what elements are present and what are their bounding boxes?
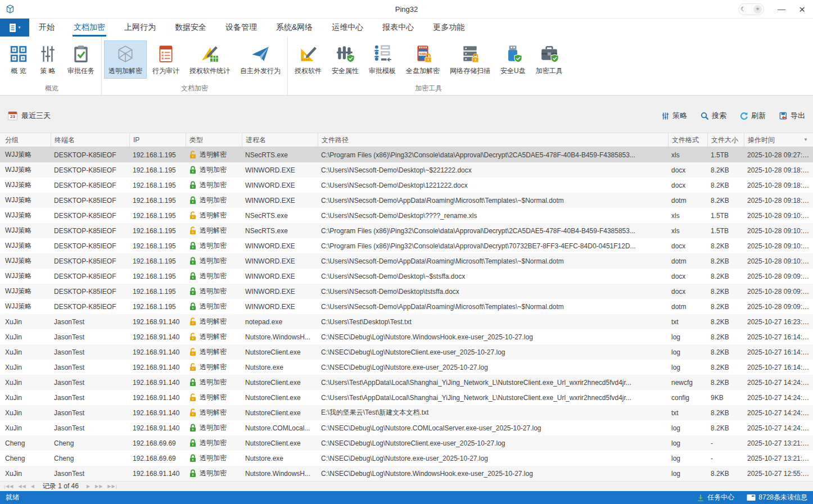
tab-report-center[interactable]: 报表中心 [373,19,423,37]
tab-start[interactable]: 开始 [29,19,64,37]
terminal-cell: DESKTOP-K85IEOF [51,257,129,265]
tab-system-network[interactable]: 系统&网络 [267,19,322,37]
table-row[interactable]: ChengCheng192.168.69.69透明加密NutstoreClien… [0,435,813,451]
column-header[interactable]: 分组 [0,133,51,147]
path-cell: C:\Users\NSecsoft-Demo\AppData\Roaming\M… [318,257,668,265]
ribbon-button-approval-tasks[interactable]: 审批任务 [63,40,99,79]
column-header[interactable]: 文件路径 [318,133,668,147]
app-menu-button[interactable]: ▾ [0,19,29,37]
terminal-cell: JasonTest [51,364,129,371]
tab-data-security[interactable]: 数据安全 [165,19,216,37]
table-row[interactable]: WJJ策略DESKTOP-K85IEOF192.168.1.195透明加密WIN… [0,178,813,193]
ribbon-button-authorized-software[interactable]: 授权软件 [290,40,326,79]
ribbon-button-authorized-software-stats[interactable]: 授权软件统计 [185,40,234,79]
table-row[interactable]: WJJ策略DESKTOP-K85IEOF192.168.1.195透明加密WIN… [0,238,813,253]
next-page-button[interactable]: ▶ [87,484,91,489]
column-header[interactable]: 文件格式 [668,133,707,147]
lock-closed-icon [189,454,197,462]
tab-document-encryption[interactable]: 文档加密 [64,19,115,37]
tab-operations-center[interactable]: 运维中心 [322,19,373,37]
tab-device-management[interactable]: 设备管理 [216,19,267,37]
ip-cell: 192.168.1.195 [129,242,186,250]
terminal-cell: JasonTest [51,318,129,326]
table-row[interactable]: ChengCheng192.168.69.69透明加密Nutstore.exeC… [0,451,813,466]
table-row[interactable]: WJJ策略DESKTOP-K85IEOF192.168.1.195透明加密WIN… [0,253,813,269]
refresh-icon [740,112,748,120]
first-page-button[interactable]: |◀◀ [4,484,13,489]
table-row[interactable]: XuJinJasonTest192.168.91.140透明解密Nutstore… [0,329,813,344]
sliders-icon [38,44,57,64]
minimize-button[interactable]: — [778,4,785,13]
last-page-button[interactable]: ▶▶| [107,484,117,489]
column-header[interactable]: 类型 [186,133,242,147]
ribbon-button-security-attributes[interactable]: 安全属性 [327,40,363,79]
column-header[interactable]: 操作时间 [744,133,813,147]
lock-closed-icon [189,287,197,296]
group-cell: XuJin [0,379,51,387]
column-header[interactable]: 文件大小 [707,133,744,147]
size-cell: 8.2KB [707,166,744,174]
table-row[interactable]: XuJinJasonTest192.168.91.140透明解密Nutstore… [0,344,813,360]
table-row[interactable]: WJJ策略DESKTOP-K85IEOF192.168.1.195透明加密WIN… [0,162,813,178]
ribbon-button-transparent-encryption[interactable]: 透明加解密 [104,40,147,79]
fast-prev-page-button[interactable]: ◀◀ [18,484,26,489]
table-row[interactable]: WJJ策略DESKTOP-K85IEOF192.168.1.195透明加密WIN… [0,193,813,208]
date-range-filter[interactable]: 23 最近三天 [8,111,51,121]
path-cell: C:\NSEC\Debug\Log\Nutstore.COMLocalServe… [318,424,668,432]
ribbon-button-secure-usb[interactable]: 安全U盘 [496,40,530,79]
table-row[interactable]: WJJ策略DESKTOP-K85IEOF192.168.1.195透明解密NSe… [0,147,813,162]
table-row[interactable]: WJJ策略DESKTOP-K85IEOF192.168.1.195透明加密WIN… [0,284,813,299]
table-row[interactable]: XuJinJasonTest192.168.91.140透明加密Nutstore… [0,420,813,435]
time-cell: 2025-10-28 09:18:29 [744,197,813,205]
export-button[interactable]: 导出 [779,111,805,121]
table-row[interactable]: XuJinJasonTest192.168.91.140透明加密Nutstore… [0,375,813,390]
table-row[interactable]: WJJ策略DESKTOP-K85IEOF192.168.1.195透明加密WIN… [0,269,813,284]
ribbon-button-self-outgoing-behavior[interactable]: 自主外发行为 [236,40,285,79]
type-label: 透明加密 [200,423,227,433]
ribbon-button-overview[interactable]: 概 览 [4,40,33,79]
table-row[interactable]: XuJinJasonTest192.168.91.140透明解密notepad.… [0,314,813,329]
ribbon-button-full-disk-encryption[interactable]: SSD全盘加解密 [401,40,444,79]
ribbon-button-behavior-audit[interactable]: 行为审计 [148,40,184,79]
unread-messages-button[interactable]: 8728条未读信息 [747,493,807,502]
table-row[interactable]: XuJinJasonTest192.168.91.140透明解密Nutstore… [0,390,813,405]
table-row[interactable]: XuJinJasonTest192.168.91.140透明解密Nutstore… [0,360,813,375]
column-header[interactable]: 终端名 [51,133,129,147]
search-button[interactable]: 搜索 [701,111,726,121]
prev-page-button[interactable]: ◀ [31,484,35,489]
tab-more-features[interactable]: 更多功能 [423,19,474,37]
theme-toggle[interactable]: ☾ ☀ [738,3,764,15]
type-cell: 透明加密 [186,271,242,281]
fast-next-page-button[interactable]: ▶▶ [95,484,103,489]
policy-button[interactable]: 策略 [661,111,687,121]
time-cell: 2025-10-28 09:09:17 [744,288,813,296]
column-header[interactable]: IP [129,133,186,147]
ribbon-button-encryption-tools[interactable]: 加密工具 [531,40,567,79]
tab-internet-behavior[interactable]: 上网行为 [115,19,165,37]
task-center-button[interactable]: 任务中心 [697,493,734,502]
time-cell: 2025-10-27 13:21:14 [744,455,813,462]
sun-icon[interactable]: ☀ [753,5,762,13]
process-cell: Nutstore.exe [242,364,318,371]
ribbon-button-approval-template[interactable]: 审批模板 [364,40,400,79]
terminal-cell: DESKTOP-K85IEOF [51,242,129,250]
lock-closed-icon [189,242,197,250]
lock-closed-icon [189,196,197,205]
ribbon-button-network-storage-scan[interactable]: 网络存储扫描 [445,40,495,79]
column-header[interactable]: 进程名 [242,133,318,147]
moon-icon[interactable]: ☾ [740,6,746,12]
close-button[interactable]: × [799,4,805,15]
table-row[interactable]: WJJ策略DESKTOP-K85IEOF192.168.1.195透明解密NSe… [0,208,813,223]
column-filter-arrow-icon[interactable]: ▼ [803,133,808,147]
table-row[interactable]: WJJ策略DESKTOP-K85IEOF192.168.1.195透明加密WIN… [0,299,813,314]
ribbon-button-policy[interactable]: 策 略 [34,40,62,79]
process-cell: WINWORD.EXE [242,273,318,280]
time-cell: 2025-10-28 09:09:17 [744,273,813,280]
refresh-button[interactable]: 刷新 [740,111,766,121]
table-row[interactable]: WJJ策略DESKTOP-K85IEOF192.168.1.195透明解密NSe… [0,223,813,238]
toolbar-actions: 策略搜索刷新导出 [648,111,805,121]
table-row[interactable]: XuJinJasonTest192.168.91.140透明解密Nutstore… [0,405,813,420]
table-row[interactable]: XuJinJasonTest192.168.91.140透明加密Nutstore… [0,466,813,481]
path-cell: C:\NSEC\Debug\Log\Nutstore.WindowsHook.e… [318,333,668,341]
type-label: 透明解密 [200,150,227,160]
